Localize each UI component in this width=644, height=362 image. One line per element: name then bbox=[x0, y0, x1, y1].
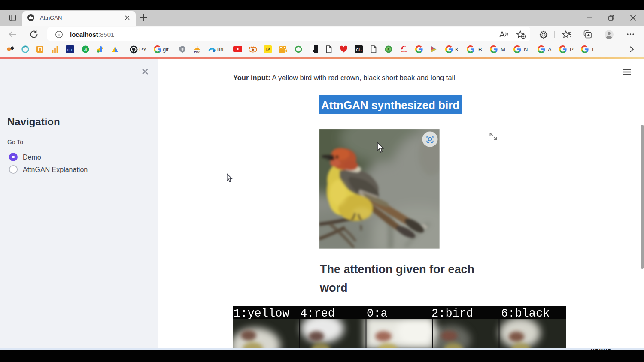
svg-text:1:yellow: 1:yellow bbox=[234, 307, 289, 320]
svg-text:P: P bbox=[266, 47, 270, 53]
svg-text:6:black: 6:black bbox=[501, 307, 550, 320]
svg-text:airtel: airtel bbox=[401, 50, 407, 53]
svg-text:0:a: 0:a bbox=[367, 307, 388, 320]
svg-text:5: 5 bbox=[387, 47, 390, 52]
svg-text:PMA: PMA bbox=[194, 50, 200, 53]
svg-text:3: 3 bbox=[84, 47, 87, 52]
svg-text:CL: CL bbox=[356, 48, 361, 52]
svg-text:IEEE: IEEE bbox=[67, 48, 73, 51]
svg-text:2:bird: 2:bird bbox=[431, 307, 473, 320]
svg-text:4:red: 4:red bbox=[300, 307, 335, 320]
